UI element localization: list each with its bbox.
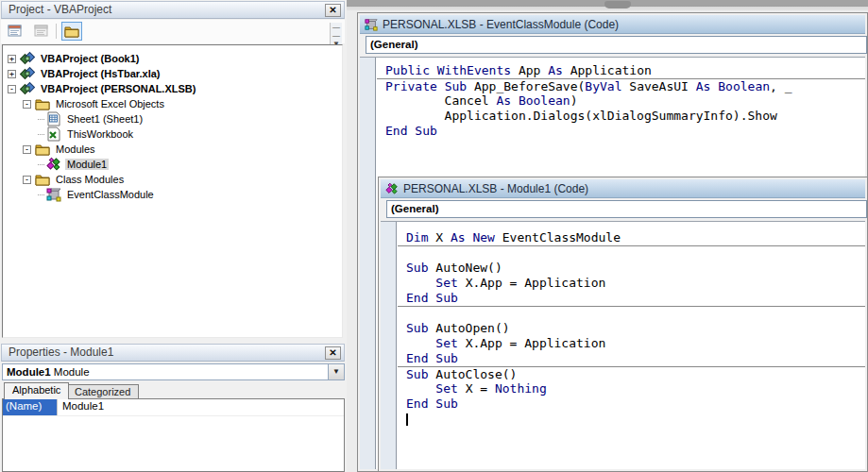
project-toolbar: ——▼: [1, 20, 345, 43]
collapse-icon[interactable]: -: [8, 85, 16, 93]
folder-icon: [35, 172, 50, 187]
tree-item-label: ThisWorkbook: [65, 128, 135, 140]
code-line: Dim X As New EventClassModule: [398, 230, 865, 245]
code-line: End Sub: [398, 396, 865, 412]
code-window2-combo-row: (General): [381, 198, 865, 221]
tree-item-label: VBAProject (HsTbar.xla): [39, 68, 162, 79]
tree-item-label: VBAProject (Book1): [39, 53, 142, 64]
sheet-icon: [46, 111, 61, 126]
project-icon: [20, 81, 35, 96]
code-line: Public WithEvents App As Application: [377, 63, 865, 78]
project-tree[interactable]: +VBAProject (Book1)+VBAProject (HsTbar.x…: [2, 44, 343, 338]
cursor-artifact: [604, 1, 631, 8]
properties-object-type: Module: [54, 366, 90, 378]
module-icon: [385, 182, 399, 195]
code-line: Set X.App = Application: [398, 336, 865, 351]
folder-glyph: [64, 24, 79, 39]
tree-item-class-modules[interactable]: -Class Modules: [3, 172, 342, 187]
code-window1-titlebar[interactable]: PERSONAL.XLSB - EventClassModule (Code): [360, 15, 865, 34]
workbook-icon: [46, 126, 61, 142]
properties-object-name: Module1: [7, 366, 51, 378]
code-line: End Sub: [377, 124, 865, 139]
folder-icon: [35, 142, 50, 157]
code-window2-titlebar[interactable]: PERSONAL.XLSB - Module1 (Code): [381, 179, 865, 198]
code-line: Set X = Nothing: [398, 381, 865, 396]
property-name-cell[interactable]: (Name): [3, 399, 58, 415]
code-line: End Sub: [398, 291, 865, 306]
project-panel-close-icon[interactable]: ✕: [325, 4, 341, 17]
code-lines-2: Dim X As New EventClassModuleSub AutoNew…: [398, 222, 865, 469]
code-line: Sub AutoOpen(): [398, 321, 865, 336]
view-object-icon[interactable]: [31, 22, 52, 41]
tree-item-module1[interactable]: Module1: [3, 157, 342, 172]
code-window1-title: PERSONAL.XLSB - EventClassModule (Code): [383, 18, 619, 31]
properties-object-combobox[interactable]: Module1 Module ▼: [2, 363, 345, 380]
general-dropdown-1[interactable]: (General): [366, 36, 867, 54]
code-line: [398, 412, 865, 427]
property-value-cell[interactable]: Module1: [58, 399, 109, 415]
properties-panel-close-icon[interactable]: ✕: [325, 346, 341, 360]
view-code-glyph: [8, 24, 23, 39]
tree-item-thisworkbook[interactable]: ThisWorkbook: [3, 126, 342, 142]
text-caret: [406, 413, 408, 426]
tree-item-vbaproject-personal-xlsb[interactable]: -VBAProject (PERSONAL.XLSB): [3, 81, 342, 96]
project-icon: [20, 51, 35, 66]
class-module-icon: [365, 18, 378, 31]
collapse-icon[interactable]: -: [23, 100, 31, 109]
code-area-2[interactable]: Dim X As New EventClassModuleSub AutoNew…: [381, 221, 865, 469]
project-panel-titlebar[interactable]: Project - VBAProject ✕: [1, 1, 345, 19]
collapse-icon[interactable]: -: [23, 145, 31, 154]
code-window-module1: PERSONAL.XLSB - Module1 (Code) (General)…: [378, 177, 868, 472]
code-line: [398, 306, 865, 321]
tree-item-vbaproject-book1[interactable]: +VBAProject (Book1): [3, 51, 342, 66]
properties-panel-titlebar[interactable]: Properties - Module1 ✕: [1, 344, 345, 362]
tree-item-microsoft-excel-objects[interactable]: -Microsoft Excel Objects: [3, 96, 342, 111]
code-line: Sub AutoClose(): [398, 366, 865, 381]
properties-grid: (Name) Module1: [2, 398, 345, 472]
code-line: End Sub: [398, 351, 865, 366]
tree-connector: [38, 194, 44, 195]
tree-connector: [38, 119, 44, 120]
folder-icon: [35, 96, 50, 111]
left-dock: Project - VBAProject ✕: [0, 0, 347, 472]
view-code-icon[interactable]: [5, 22, 26, 41]
project-panel-title: Project - VBAProject: [9, 3, 111, 16]
code-line: Private Sub App_BeforeSave(ByVal SaveAsU…: [377, 78, 865, 93]
tree-item-eventclassmodule[interactable]: EventClassModule: [3, 187, 342, 202]
tree-item-label: VBAProject (PERSONAL.XLSB): [39, 83, 197, 94]
tree-connector: [38, 134, 44, 135]
tree-connector: [38, 164, 44, 165]
tree-item-label: Sheet1 (Sheet1): [65, 113, 145, 125]
project-icon: [20, 66, 35, 81]
code-window2-title: PERSONAL.XLSB - Module1 (Code): [403, 182, 588, 195]
code-line: [398, 245, 865, 261]
tree-item-label: Microsoft Excel Objects: [54, 98, 166, 110]
tree-item-label: Module1: [65, 159, 109, 170]
class-icon: [46, 187, 61, 202]
code-margin-bar-1: [360, 58, 376, 469]
tree-item-label: Class Modules: [54, 174, 126, 185]
toolbar-separator: [56, 24, 57, 39]
tab-categorized[interactable]: Categorized: [66, 384, 139, 399]
tree-item-vbaproject-hstbar-xla[interactable]: +VBAProject (HsTbar.xla): [3, 66, 342, 81]
code-line: Sub AutoNew(): [398, 261, 865, 276]
code-line: Set X.App = Application: [398, 276, 865, 291]
module-icon: [46, 157, 61, 172]
code-window1-combo-row: (General): [360, 34, 865, 57]
expand-icon[interactable]: +: [8, 70, 16, 78]
view-object-glyph: [34, 24, 49, 39]
expand-icon[interactable]: +: [8, 55, 16, 63]
code-line: Cancel As Boolean): [377, 93, 865, 109]
toggle-folders-icon[interactable]: [61, 22, 82, 41]
tree-item-sheet1-sheet1[interactable]: Sheet1 (Sheet1): [3, 111, 342, 126]
collapse-icon[interactable]: -: [23, 176, 31, 184]
code-margin-bar-2: [381, 222, 397, 469]
properties-panel-title: Properties - Module1: [9, 346, 113, 359]
property-row: (Name) Module1: [3, 399, 344, 416]
general-dropdown-2[interactable]: (General): [386, 200, 867, 218]
chevron-down-icon[interactable]: ▼: [328, 364, 344, 379]
tab-alphabetic[interactable]: Alphabetic: [4, 382, 69, 399]
code-line: Application.Dialogs(xlDialogSummaryInfo)…: [377, 109, 865, 124]
tree-item-label: EventClassModule: [65, 189, 156, 200]
tree-item-modules[interactable]: -Modules: [3, 142, 342, 157]
